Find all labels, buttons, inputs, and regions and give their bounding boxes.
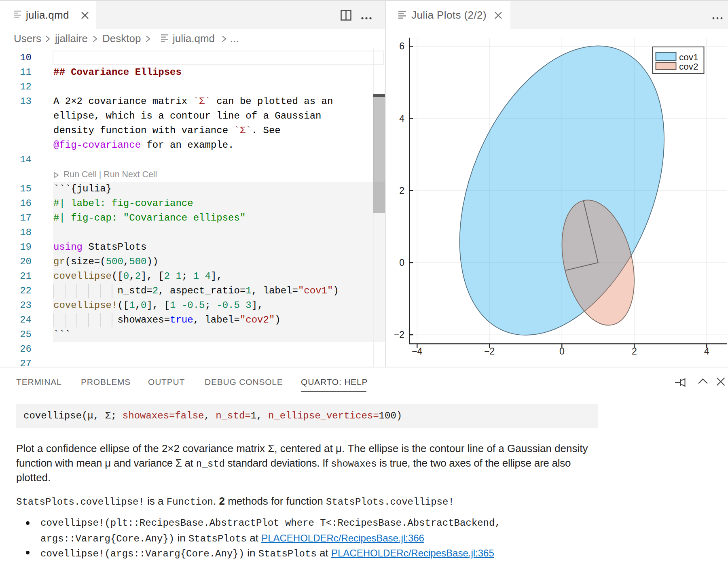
svg-text:−2: −2	[484, 346, 495, 357]
svg-text:2: 2	[399, 185, 404, 196]
svg-text:4: 4	[704, 346, 709, 357]
svg-text:−4: −4	[412, 346, 422, 357]
svg-text:0: 0	[399, 257, 404, 268]
svg-text:4: 4	[399, 113, 404, 124]
svg-text:0: 0	[559, 346, 565, 357]
svg-text:6: 6	[399, 41, 404, 51]
svg-text:cov2: cov2	[679, 62, 698, 72]
svg-text:2: 2	[632, 346, 637, 357]
svg-text:−2: −2	[394, 329, 404, 340]
svg-text:cov1: cov1	[679, 52, 698, 62]
